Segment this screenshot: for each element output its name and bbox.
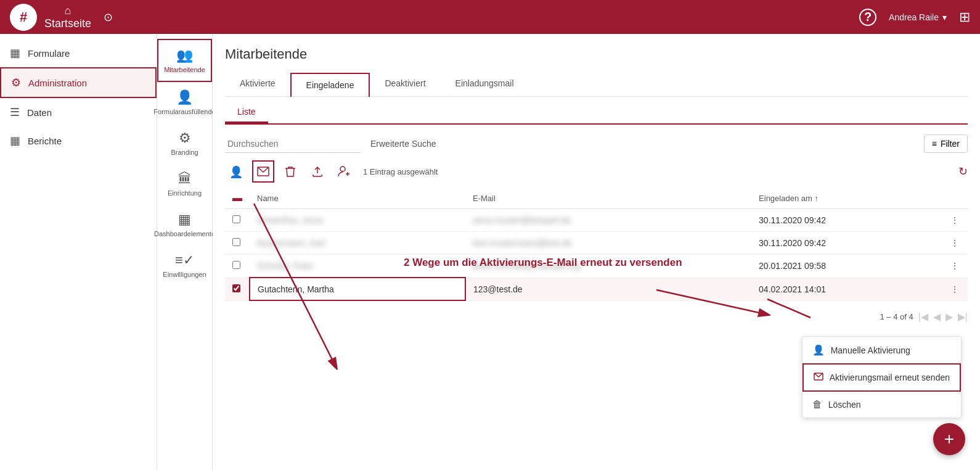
row-name: Gutachterin, Martha: [250, 278, 465, 300]
target-icon: ⊙: [104, 10, 113, 24]
row-email: karl.mustermann@test.de: [465, 232, 751, 255]
search-input[interactable]: [225, 135, 361, 153]
sidebar-item-berichte[interactable]: ▦ Berichte: [0, 126, 157, 155]
table-header-name: Name: [250, 188, 465, 209]
filter-icon: ≡: [932, 139, 937, 149]
page-title: Mitarbeitende: [225, 46, 968, 62]
row-actions[interactable]: ⋮: [943, 209, 968, 232]
pagination: 1 – 4 of 4 |◀ ◀ ▶ ▶|: [225, 311, 968, 323]
sub-nav-branding-label: Branding: [171, 149, 198, 156]
navbar-right: ? Andrea Raile ▾ ⊞: [859, 9, 970, 26]
context-menu-send-activation-mail[interactable]: Aktivierungsmail erneut senden: [802, 363, 961, 392]
report-icon: ▦: [10, 134, 20, 147]
context-menu-manual-activation[interactable]: 👤 Manuelle Aktivierung: [802, 337, 961, 363]
tab-deaktiviert[interactable]: Deaktiviert: [370, 72, 440, 96]
row-email: anna.muster@beispiel.de: [465, 209, 751, 232]
context-menu: 👤 Manuelle Aktivierung Aktivierungsmail …: [802, 336, 962, 418]
tab-einladungsmail[interactable]: Einladungsmail: [441, 72, 529, 96]
dashboard-icon: ▦: [178, 212, 191, 228]
home-nav[interactable]: ⌂ Startseite: [44, 4, 91, 30]
table-header-date: Eingeladen am ↑: [751, 188, 943, 209]
sub-nav-mitarbeitende-label: Mitarbeitende: [164, 66, 205, 73]
sub-nav-formularausfullende[interactable]: 👤 Formularausfüllende: [157, 82, 212, 123]
advanced-search-link[interactable]: Erweiterte Suche: [370, 139, 436, 149]
add-fab-button[interactable]: +: [933, 423, 965, 455]
user-chevron-icon: ▾: [942, 12, 947, 22]
table-row: Schmidt, Peter peter.schmidt@example.org…: [225, 255, 968, 278]
row-date: 30.11.2020 09:42: [751, 232, 943, 255]
consent-icon: ≡✓: [175, 252, 194, 268]
trash-icon: 🗑: [812, 399, 822, 410]
data-table: ▬ Name E-Mail Eingeladen am ↑: [225, 188, 968, 301]
main-layout: ▦ Formulare ⚙ Administration ☰ Daten ▦ B…: [0, 34, 980, 470]
row-date: 20.01.2021 09:58: [751, 255, 943, 278]
context-menu-delete-label: Löschen: [828, 400, 861, 410]
user-menu[interactable]: Andrea Raile ▾: [889, 12, 947, 22]
sub-tab-liste[interactable]: Liste: [225, 102, 268, 123]
sub-nav-einrichtung-label: Einrichtung: [168, 189, 202, 197]
add-user-button[interactable]: 👤: [225, 160, 247, 183]
context-menu-delete[interactable]: 🗑 Löschen: [802, 392, 961, 418]
sub-nav-dashboardelemente-label: Dashboardelemente: [154, 230, 215, 237]
delete-button[interactable]: [279, 160, 301, 183]
add-member-button[interactable]: [333, 160, 356, 183]
tab-eingeladene[interactable]: Eingeladene: [290, 73, 370, 97]
row-date: 04.02.2021 14:01: [751, 278, 943, 300]
row-checkbox[interactable]: [232, 238, 240, 246]
last-page-button[interactable]: ▶|: [958, 311, 968, 323]
navbar: # ⌂ Startseite ⊙ ? Andrea Raile ▾ ⊞: [0, 0, 980, 34]
row-name: Musterfrau, Anna: [250, 209, 465, 232]
next-page-button[interactable]: ▶: [945, 311, 953, 323]
sidebar-item-formulare[interactable]: ▦ Formulare: [0, 39, 157, 67]
row-checkbox[interactable]: [232, 215, 240, 223]
grid-icon: ▦: [10, 46, 20, 60]
data-icon: ☰: [10, 105, 20, 119]
tabs-row: Aktivierte Eingeladene Deaktiviert Einla…: [225, 72, 968, 97]
row-actions[interactable]: ⋮: [943, 255, 968, 278]
building-icon: 🏛: [178, 171, 192, 187]
sidebar-item-berichte-label: Berichte: [28, 136, 62, 146]
filter-button[interactable]: ≡ Filter: [924, 134, 968, 153]
user-icon: 👤: [176, 89, 193, 105]
sub-nav-mitarbeitende[interactable]: 👥 Mitarbeitende: [157, 39, 212, 82]
sidebar-item-daten[interactable]: ☰ Daten: [0, 98, 157, 126]
row-checkbox[interactable]: [232, 261, 240, 269]
app-logo[interactable]: #: [10, 4, 37, 31]
selected-count: 1 Eintrag ausgewählt: [363, 167, 438, 176]
sub-nav-formularausfullende-label: Formularausfüllende: [153, 108, 215, 115]
branding-icon: ⚙: [179, 130, 191, 146]
sub-nav-einwilligungen-label: Einwilligungen: [163, 271, 206, 278]
action-toolbar: 👤: [225, 160, 968, 183]
sub-nav-einwilligungen[interactable]: ≡✓ Einwilligungen: [157, 245, 212, 286]
help-icon[interactable]: ?: [859, 9, 876, 26]
sub-nav-einrichtung[interactable]: 🏛 Einrichtung: [157, 163, 212, 204]
sub-sidebar: 👥 Mitarbeitende 👤 Formularausfüllende ⚙ …: [157, 34, 213, 470]
row-checkbox[interactable]: [232, 284, 240, 292]
gear-icon: ⚙: [11, 76, 21, 89]
users-icon: 👥: [176, 47, 193, 64]
sidebar-item-administration[interactable]: ⚙ Administration: [0, 67, 157, 98]
row-actions[interactable]: ⋮: [943, 278, 968, 300]
apps-icon[interactable]: ⊞: [959, 9, 970, 25]
upload-button[interactable]: [306, 160, 329, 183]
tab-aktivierte[interactable]: Aktivierte: [225, 72, 290, 96]
pagination-range: 1 – 4 of 4: [880, 312, 913, 321]
svg-point-2: [340, 167, 345, 171]
first-page-button[interactable]: |◀: [918, 311, 928, 323]
sub-nav-branding[interactable]: ⚙ Branding: [157, 123, 212, 163]
sidebar-item-formulare-label: Formulare: [28, 48, 70, 59]
sub-nav-dashboardelemente[interactable]: ▦ Dashboardelemente: [157, 204, 212, 245]
row-actions[interactable]: ⋮: [943, 232, 968, 255]
sub-tabs-row: Liste: [225, 102, 968, 125]
content-area: Mitarbeitende Aktivierte Eingeladene Dea…: [213, 34, 980, 470]
refresh-button[interactable]: ↻: [958, 165, 968, 178]
row-date: 30.11.2020 09:42: [751, 209, 943, 232]
prev-page-button[interactable]: ◀: [933, 311, 941, 323]
row-email: 123@test.de: [465, 278, 751, 300]
send-email-button[interactable]: [252, 160, 274, 183]
sidebar-item-daten-label: Daten: [27, 107, 52, 118]
context-menu-manual-activation-label: Manuelle Aktivierung: [831, 345, 910, 355]
context-menu-send-mail-label: Aktivierungsmail erneut senden: [830, 373, 950, 382]
svg-text:👤: 👤: [229, 165, 243, 178]
row-name: Schmidt, Peter: [250, 255, 465, 278]
